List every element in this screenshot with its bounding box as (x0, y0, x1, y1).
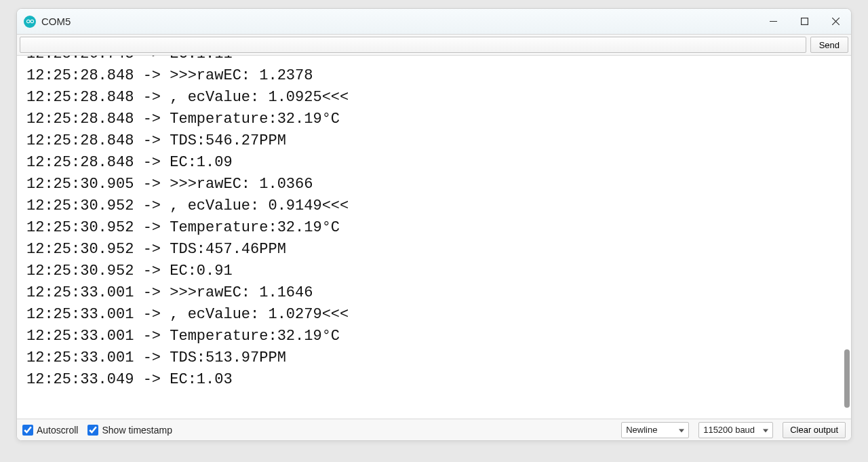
console-area: 12:25:26.743 -> EC:1.11 12:25:28.848 -> … (17, 56, 851, 419)
clear-output-button[interactable]: Clear output (783, 422, 846, 438)
timestamp-checkbox[interactable]: Show timestamp (87, 425, 172, 436)
scrollbar-thumb[interactable] (844, 349, 850, 408)
autoscroll-label: Autoscroll (37, 425, 78, 436)
minimize-button[interactable] (757, 9, 789, 34)
svg-rect-0 (801, 18, 808, 25)
status-bar: Autoscroll Show timestamp Newline 115200… (17, 419, 851, 440)
maximize-button[interactable] (789, 9, 820, 34)
window-title: COM5 (41, 16, 71, 27)
baud-rate-select[interactable]: 115200 baud (698, 422, 773, 438)
baud-rate-value: 115200 baud (703, 425, 755, 435)
titlebar: COM5 (17, 9, 851, 35)
timestamp-input[interactable] (87, 425, 98, 436)
serial-input[interactable] (20, 37, 806, 53)
window-controls (757, 9, 851, 34)
autoscroll-checkbox[interactable]: Autoscroll (22, 425, 78, 436)
close-button[interactable] (820, 9, 851, 34)
serial-monitor-window: COM5 Send 12:25:26.743 -> EC:1.11 12:25:… (16, 8, 852, 441)
serial-output[interactable]: 12:25:26.743 -> EC:1.11 12:25:28.848 -> … (17, 56, 851, 419)
send-button[interactable]: Send (810, 37, 848, 53)
line-ending-value: Newline (626, 425, 657, 435)
send-bar: Send (17, 35, 851, 56)
line-ending-select[interactable]: Newline (621, 422, 689, 438)
arduino-icon (24, 16, 36, 28)
timestamp-label: Show timestamp (102, 425, 172, 436)
autoscroll-input[interactable] (22, 425, 33, 436)
